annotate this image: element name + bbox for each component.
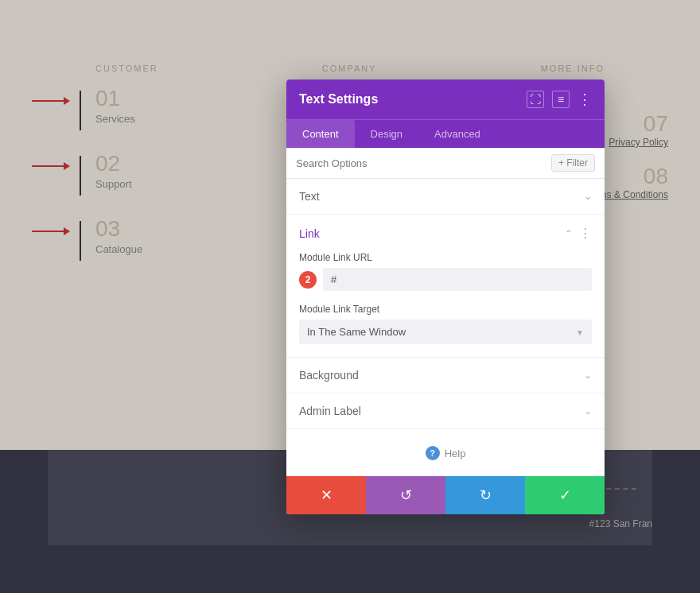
- modal-footer: ✕ ↺ ↻ ✓: [286, 476, 605, 514]
- text-section-label-group: Text: [299, 190, 320, 203]
- link-options-icon[interactable]: ⋮: [579, 226, 592, 241]
- help-label: Help: [445, 448, 466, 459]
- text-chevron-icon: ⌄: [584, 191, 592, 202]
- admin-label-section-label: Admin Label: [299, 405, 361, 417]
- text-settings-modal: Text Settings ⛶ ≡ ⋮ Content Design Advan…: [286, 79, 605, 514]
- more-options-icon[interactable]: ⋮: [578, 91, 592, 108]
- modal-header-icons: ⛶ ≡ ⋮: [527, 91, 592, 108]
- text-section: Text ⌄: [286, 179, 605, 215]
- module-link-target-wrapper: In The Same Window In A New Tab In A Fra…: [299, 320, 592, 344]
- search-input[interactable]: [296, 157, 545, 169]
- modal-title: Text Settings: [299, 92, 378, 107]
- save-button[interactable]: ✓: [525, 476, 605, 514]
- link-section-header[interactable]: Link ⌃ ⋮: [286, 215, 605, 252]
- link-section-label-group: Link: [299, 227, 320, 240]
- background-chevron-icon: ⌄: [584, 370, 592, 381]
- link-section-label: Link: [299, 227, 320, 240]
- modal-header: Text Settings ⛶ ≡ ⋮: [286, 79, 605, 119]
- search-bar: + Filter: [286, 148, 605, 179]
- admin-label-chevron-icon: ⌄: [584, 405, 592, 417]
- module-link-target-label: Module Link Target: [299, 304, 592, 315]
- cancel-button[interactable]: ✕: [286, 476, 366, 514]
- link-badge: 2: [299, 271, 317, 289]
- help-link[interactable]: ? Help: [426, 446, 466, 460]
- tab-advanced[interactable]: Advanced: [418, 120, 496, 148]
- help-icon: ?: [426, 446, 440, 460]
- modal-body: + Filter Text ⌄ Link ⌃ ⋮: [286, 148, 605, 476]
- module-link-url-row: 2: [299, 268, 592, 291]
- filter-button[interactable]: + Filter: [551, 154, 595, 172]
- undo-button[interactable]: ↺: [366, 476, 445, 514]
- background-section-header[interactable]: Background ⌄: [286, 358, 605, 393]
- help-area: ? Help: [286, 429, 605, 476]
- module-link-url-input[interactable]: [323, 268, 592, 291]
- link-section-content: Module Link URL 2 Module Link Target In …: [286, 252, 605, 357]
- module-link-target-select[interactable]: In The Same Window In A New Tab In A Fra…: [299, 320, 592, 344]
- tab-content[interactable]: Content: [286, 120, 355, 148]
- text-section-label: Text: [299, 190, 320, 203]
- admin-label-section: Admin Label ⌄: [286, 393, 605, 429]
- redo-button[interactable]: ↻: [445, 476, 525, 514]
- text-section-header[interactable]: Text ⌄: [286, 179, 605, 214]
- link-chevron-icon: ⌃: [565, 228, 573, 239]
- tab-design[interactable]: Design: [355, 120, 418, 148]
- link-header-actions: ⌃ ⋮: [565, 226, 592, 241]
- module-link-url-label: Module Link URL: [299, 252, 592, 263]
- background-section: Background ⌄: [286, 358, 605, 393]
- link-section: Link ⌃ ⋮ Module Link URL 2 Module Link T…: [286, 215, 605, 358]
- expand-icon[interactable]: ⛶: [527, 91, 544, 108]
- admin-label-section-header[interactable]: Admin Label ⌄: [286, 393, 605, 428]
- tab-bar: Content Design Advanced: [286, 119, 605, 148]
- background-section-label: Background: [299, 369, 359, 382]
- columns-icon[interactable]: ≡: [552, 91, 570, 108]
